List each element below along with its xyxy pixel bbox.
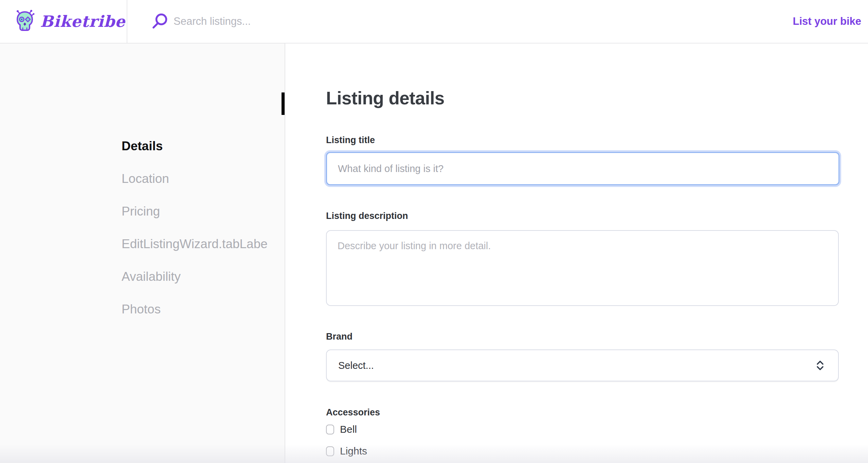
page-title: Listing details xyxy=(326,88,445,109)
checkbox-bell-icon[interactable] xyxy=(326,425,334,434)
list-your-bike-link[interactable]: List your bike xyxy=(793,15,868,28)
listing-description-label: Listing description xyxy=(326,210,408,222)
wizard-tab-list: Details Location Pricing EditListingWiza… xyxy=(122,139,285,317)
brand-label: Brand xyxy=(326,331,352,342)
listing-title-input[interactable] xyxy=(326,152,839,185)
select-chevrons-icon xyxy=(816,360,825,371)
checkbox-lights-label: Lights xyxy=(340,445,367,457)
sidebar-tab-pricing[interactable]: Pricing xyxy=(122,204,285,219)
search-bar[interactable] xyxy=(127,13,793,30)
sidebar-tab-unlabeled[interactable]: EditListingWizard.tabLabe xyxy=(122,237,285,252)
accessory-option-lights[interactable]: Lights xyxy=(326,445,367,457)
logo-text: Biketribe xyxy=(40,12,125,31)
search-icon xyxy=(152,13,168,30)
active-tab-indicator xyxy=(282,92,285,115)
brand-select-value: Select... xyxy=(338,360,374,371)
search-input[interactable] xyxy=(174,15,479,28)
sidebar-tab-photos[interactable]: Photos xyxy=(122,302,285,317)
logo[interactable]: Biketribe xyxy=(0,0,127,43)
wizard-sidebar: Details Location Pricing EditListingWiza… xyxy=(0,44,285,463)
listing-description-textarea[interactable] xyxy=(326,230,839,306)
accessory-option-bell[interactable]: Bell xyxy=(326,424,357,435)
top-navbar: Biketribe List your bike xyxy=(0,0,868,44)
listing-details-panel: Listing details Listing title Listing de… xyxy=(286,44,868,463)
sidebar-tab-location[interactable]: Location xyxy=(122,171,285,186)
accessories-label: Accessories xyxy=(326,407,380,418)
sidebar-tab-details[interactable]: Details xyxy=(122,139,285,154)
listing-title-label: Listing title xyxy=(326,134,375,146)
checkbox-lights-icon[interactable] xyxy=(326,446,334,456)
skull-logo-icon xyxy=(15,10,35,33)
sidebar-tab-availability[interactable]: Availability xyxy=(122,269,285,284)
checkbox-bell-label: Bell xyxy=(340,424,357,435)
brand-select[interactable]: Select... xyxy=(326,349,839,381)
